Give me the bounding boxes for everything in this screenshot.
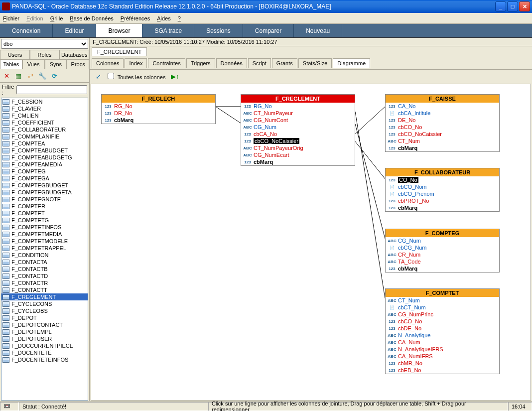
entity-column[interactable]: 📄cbCT_Num <box>386 304 499 311</box>
table-item[interactable]: F_CYCLECONS <box>1 300 88 307</box>
table-item[interactable]: F_CLAVIER <box>1 105 88 112</box>
minimize-button[interactable]: _ <box>495 1 506 11</box>
object-tab[interactable]: Syns <box>45 59 67 69</box>
close-button[interactable]: ✕ <box>519 1 530 11</box>
entity-column[interactable]: 123DR_No <box>102 110 215 117</box>
entity-column[interactable]: 123cbCA_No <box>241 131 355 137</box>
table-item[interactable]: F_COMPTEGBUDGETA <box>1 189 88 196</box>
top-tab[interactable]: Browser <box>96 24 142 37</box>
table-item[interactable]: F_CONTACTT <box>1 286 88 293</box>
refresh-icon[interactable]: ⟳ <box>50 71 59 80</box>
entity-column[interactable]: 123cbCO_NoCaissier <box>386 131 499 137</box>
object-tab[interactable]: Users <box>0 50 30 60</box>
entity-table[interactable]: F_CAISSE123CA_No📄cbCA_Intitule123DE_No12… <box>385 94 500 152</box>
expand-icon[interactable]: ⤢ <box>94 72 103 81</box>
filter-input[interactable] <box>16 85 87 94</box>
entity-column[interactable]: 123cbCO_No <box>386 318 499 325</box>
detail-tab[interactable]: Script <box>248 58 271 68</box>
entity-column[interactable]: 123cbMarq <box>102 117 215 124</box>
entity-column[interactable]: 123cbDE_No <box>386 325 499 332</box>
table-item[interactable]: F_CESSION <box>1 98 88 105</box>
entity-column[interactable]: ABCCT_Num <box>386 297 499 304</box>
entity-column[interactable]: ABCCA_Num <box>386 339 499 346</box>
detail-tab[interactable]: Grants <box>272 58 297 68</box>
table-item[interactable]: F_COMPTER <box>1 203 88 210</box>
table-item[interactable]: F_CREGLEMENT <box>1 293 88 300</box>
entity-column[interactable]: ABCCG_NumEcart <box>241 151 355 158</box>
table-item[interactable]: F_DEPOTEMPL <box>1 328 88 335</box>
object-tab[interactable]: Roles <box>30 50 60 60</box>
entity-column[interactable]: ABCCG_NumPrinc <box>386 311 499 318</box>
entity-column[interactable]: ABCCG_Num <box>386 237 499 244</box>
entity-column[interactable]: ABCN_AnalytiqueIFRS <box>386 346 499 353</box>
table-list[interactable]: F_CESSIONF_CLAVIERF_CMLIENF_COEFFICIENTF… <box>1 98 88 401</box>
top-tab[interactable]: Connexion <box>0 24 53 37</box>
object-tab[interactable]: Procs <box>67 59 89 69</box>
table-item[interactable]: F_COMPTETINFOS <box>1 224 88 231</box>
entity-column[interactable]: ABCCT_NumPayeur <box>241 110 355 117</box>
entity-column[interactable]: 📄cbCO_Nom <box>386 183 499 190</box>
table-item[interactable]: F_COMPTEG <box>1 168 88 175</box>
detail-tab[interactable]: Diagramme <box>333 58 370 68</box>
table-item[interactable]: F_COMPTEGNOTE <box>1 196 88 203</box>
top-tab[interactable]: Nouveau <box>294 24 342 37</box>
entity-table[interactable]: F_CREGLEMENT123RG_NoABCCT_NumPayeurABCCG… <box>241 94 355 166</box>
top-tab[interactable]: Sessions <box>194 24 243 37</box>
table-item[interactable]: F_CONTACTR <box>1 279 88 286</box>
sub-tab[interactable]: F_CREGLEMENT <box>92 47 147 56</box>
table-item[interactable]: F_DEPOTCONTACT <box>1 321 88 328</box>
entity-column[interactable]: 123DE_No <box>386 117 499 124</box>
entity-column[interactable]: ABCCG_Num <box>241 124 355 131</box>
table-item[interactable]: F_CONTACTA <box>1 259 88 266</box>
wrench-icon[interactable]: 🔧 <box>38 71 47 80</box>
table-item[interactable]: F_COMMPLANIFIE <box>1 133 88 140</box>
top-tab[interactable]: Editeur <box>53 24 96 37</box>
top-tab[interactable]: Comparer <box>243 24 294 37</box>
table-item[interactable]: F_CONTACTB <box>1 266 88 273</box>
calc-icon[interactable]: ▦ <box>14 71 23 80</box>
menu-item[interactable]: ? <box>178 15 181 21</box>
entity-table[interactable]: F_COLLABORATEUR123CO_No📄cbCO_Nom📄cbCO_Pr… <box>385 168 500 212</box>
detail-tab[interactable]: Index <box>125 58 147 68</box>
entity-column[interactable]: 123CA_No <box>386 103 499 110</box>
detail-tab[interactable]: Contraintes <box>148 58 185 68</box>
table-item[interactable]: F_COMPTEABUDGET <box>1 147 88 154</box>
table-item[interactable]: F_CONTACTD <box>1 273 88 279</box>
schema-select[interactable]: dbo <box>1 39 88 49</box>
entity-column[interactable]: 123cbMarq <box>386 265 499 272</box>
table-item[interactable]: F_COMPTEAMEDIA <box>1 161 88 168</box>
entity-column[interactable]: 123cbMarq <box>386 204 499 211</box>
entity-column[interactable]: 📄cbCA_Intitule <box>386 110 499 117</box>
object-tab[interactable]: Vues <box>22 59 45 69</box>
entity-column[interactable]: 123cbMR_No <box>386 360 499 367</box>
entity-column[interactable]: 123cbPROT_No <box>386 197 499 204</box>
menu-item[interactable]: Grille <box>50 15 63 21</box>
entity-column[interactable]: 📄cbCG_Num <box>386 244 499 251</box>
entity-column[interactable]: ABCCT_Num <box>386 137 499 144</box>
table-item[interactable]: F_COMPTEGBUDGET <box>1 182 88 189</box>
sort-icon[interactable]: ▶↑ <box>170 72 179 81</box>
table-item[interactable]: F_CMLIEN <box>1 112 88 119</box>
entity-table[interactable]: F_REGLECH123RG_No123DR_No123cbMarq <box>101 94 216 124</box>
table-item[interactable]: F_DEPOTUSER <box>1 335 88 342</box>
entity-column[interactable]: 📄cbCO_Prenom <box>386 190 499 197</box>
entity-column[interactable]: 123RG_No <box>102 103 215 110</box>
entity-column[interactable]: ABCN_Analytique <box>386 332 499 339</box>
table-item[interactable]: F_COMPTEGA <box>1 175 88 182</box>
entity-column[interactable]: ABCTA_Code <box>386 258 499 265</box>
entity-table[interactable]: F_COMPTETABCCT_Num📄cbCT_NumABCCG_NumPrin… <box>385 288 500 374</box>
all-columns-checkbox[interactable] <box>108 73 114 79</box>
table-item[interactable]: F_DOCCURRENTPIECE <box>1 342 88 349</box>
entity-column[interactable]: 123cbCO_No <box>386 124 499 131</box>
table-item[interactable]: F_COMPTEA <box>1 140 88 147</box>
table-item[interactable]: F_COMPTET <box>1 210 88 217</box>
detail-tab[interactable]: Colonnes <box>92 58 124 68</box>
table-item[interactable]: F_COMPTEABUDGETG <box>1 154 88 161</box>
entity-table[interactable]: F_COMPTEGABCCG_Num📄cbCG_NumABCCR_NumABCT… <box>385 229 500 273</box>
table-item[interactable]: F_COMPTETMODELE <box>1 238 88 245</box>
object-tab[interactable]: Tables <box>0 59 22 69</box>
table-item[interactable]: F_CONDITION <box>1 252 88 259</box>
table-item[interactable]: F_COLLABORATEUR <box>1 126 88 133</box>
detail-tab[interactable]: Stats/Size <box>298 58 332 68</box>
entity-column[interactable]: 123cbEB_No <box>386 367 499 374</box>
